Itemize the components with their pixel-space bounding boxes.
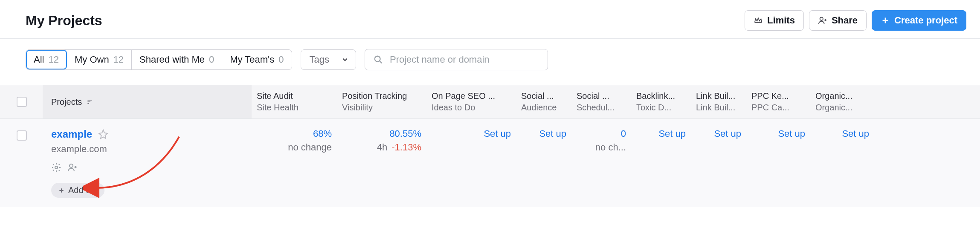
- col-back-sub: Toxic D...: [636, 103, 686, 112]
- plus-icon: [881, 16, 890, 25]
- svg-point-3: [70, 164, 73, 167]
- col-soc1-sub: Audience: [521, 103, 566, 112]
- add-person-icon: [818, 16, 827, 25]
- table-header: Projects Site Audit Site Health Position…: [0, 85, 980, 119]
- audit-change: no change: [288, 142, 332, 153]
- col-social1-header[interactable]: Social ... Audience: [516, 85, 571, 118]
- plus-icon: [58, 187, 65, 194]
- project-name-link[interactable]: example: [51, 128, 92, 140]
- project-domain: example.com: [51, 144, 243, 155]
- svg-point-0: [820, 17, 823, 20]
- tags-label: Tags: [310, 54, 329, 65]
- col-onpage-header[interactable]: On Page SEO ... Ideas to Do: [426, 85, 516, 118]
- col-pos-sub: Visibility: [342, 103, 421, 112]
- col-soc2-sub: Schedul...: [577, 103, 626, 112]
- share-button[interactable]: Share: [809, 10, 867, 31]
- filter-team-count: 0: [278, 54, 284, 65]
- filter-shared[interactable]: Shared with Me 0: [132, 50, 222, 69]
- col-ppc-main: PPC Ke...: [751, 91, 805, 101]
- add-tag-label: Add tag: [68, 185, 98, 195]
- chevron-down-icon: [341, 56, 349, 63]
- col-soc2-main: Social ...: [577, 91, 626, 101]
- linkbuilding-setup-link[interactable]: Set up: [714, 128, 741, 139]
- star-icon[interactable]: [98, 129, 108, 139]
- sort-icon: [86, 98, 95, 106]
- col-position-header[interactable]: Position Tracking Visibility: [337, 85, 426, 118]
- col-backlink-header[interactable]: Backlink... Toxic D...: [631, 85, 691, 118]
- create-project-button[interactable]: Create project: [872, 10, 966, 31]
- col-social2-header[interactable]: Social ... Schedul...: [571, 85, 631, 118]
- position-delta: -1.13%: [391, 142, 421, 153]
- search-icon: [374, 55, 383, 64]
- ppc-setup-link[interactable]: Set up: [778, 128, 805, 139]
- social2-value[interactable]: 0: [621, 128, 626, 139]
- col-audit-header[interactable]: Site Audit Site Health: [252, 85, 337, 118]
- col-org-main: Organic...: [815, 91, 869, 101]
- limits-button[interactable]: Limits: [745, 10, 804, 31]
- svg-point-2: [55, 166, 58, 169]
- filter-team[interactable]: My Team's 0: [222, 50, 291, 69]
- filter-own-label: My Own: [75, 54, 109, 65]
- social1-setup-link[interactable]: Set up: [539, 128, 566, 139]
- row-checkbox[interactable]: [17, 130, 27, 141]
- tags-dropdown[interactable]: Tags: [301, 49, 356, 70]
- crown-icon: [754, 16, 763, 25]
- create-project-label: Create project: [894, 15, 957, 26]
- col-link-header[interactable]: Link Buil... Link Buil...: [691, 85, 746, 118]
- search-box[interactable]: [365, 49, 548, 70]
- col-projects-label: Projects: [51, 97, 82, 107]
- col-link-main: Link Buil...: [696, 91, 741, 101]
- search-input[interactable]: [389, 54, 539, 66]
- filter-all-label: All: [34, 54, 44, 65]
- audit-value[interactable]: 68%: [313, 128, 332, 139]
- col-organic-header[interactable]: Organic... Organic...: [810, 85, 874, 118]
- limits-label: Limits: [767, 15, 795, 26]
- col-org-sub: Organic...: [815, 103, 869, 112]
- col-pos-main: Position Tracking: [342, 91, 421, 101]
- table-row: example example.com Add tag 68% no chang…: [0, 119, 980, 207]
- col-back-main: Backlink...: [636, 91, 686, 101]
- gear-icon[interactable]: [51, 162, 61, 173]
- svg-point-1: [375, 56, 380, 62]
- onpage-setup-link[interactable]: Set up: [484, 128, 511, 139]
- select-all-checkbox[interactable]: [17, 97, 27, 107]
- scope-filter-group: All 12 My Own 12 Shared with Me 0 My Tea…: [26, 49, 292, 70]
- col-audit-sub: Site Health: [257, 103, 332, 112]
- filter-all-count: 12: [48, 54, 58, 65]
- col-link-sub: Link Buil...: [696, 103, 741, 112]
- page-title: My Projects: [26, 13, 102, 29]
- col-soc1-main: Social ...: [521, 91, 566, 101]
- add-member-icon[interactable]: [67, 162, 78, 173]
- col-ppc-header[interactable]: PPC Ke... PPC Ca...: [746, 85, 810, 118]
- backlink-setup-link[interactable]: Set up: [658, 128, 686, 139]
- col-audit-main: Site Audit: [257, 91, 332, 101]
- filter-own-count: 12: [113, 54, 124, 65]
- position-value[interactable]: 80.55%: [389, 128, 421, 139]
- social2-change: no ch...: [595, 142, 626, 153]
- col-ppc-sub: PPC Ca...: [751, 103, 805, 112]
- col-seo-main: On Page SEO ...: [432, 91, 511, 101]
- col-seo-sub: Ideas to Do: [432, 103, 511, 112]
- filter-shared-label: Shared with Me: [139, 54, 205, 65]
- organic-setup-link[interactable]: Set up: [842, 128, 869, 139]
- col-projects-header[interactable]: Projects: [43, 85, 252, 118]
- filter-team-label: My Team's: [230, 54, 274, 65]
- add-tag-button[interactable]: Add tag: [51, 183, 104, 198]
- filter-all[interactable]: All 12: [26, 50, 67, 69]
- filter-shared-count: 0: [209, 54, 214, 65]
- position-time: 4h: [377, 142, 387, 153]
- share-label: Share: [832, 15, 858, 26]
- filter-my-own[interactable]: My Own 12: [67, 50, 132, 69]
